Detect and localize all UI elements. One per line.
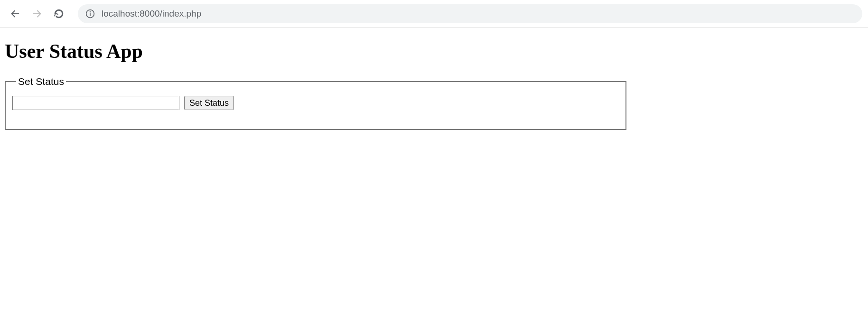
url-host: localhost:: [102, 9, 140, 19]
set-status-fieldset: Set Status Set Status: [5, 76, 626, 130]
address-bar[interactable]: localhost:8000/index.php: [78, 4, 862, 23]
back-button[interactable]: [6, 4, 25, 23]
svg-point-4: [90, 11, 91, 12]
reload-icon: [54, 9, 64, 19]
status-input[interactable]: [12, 96, 179, 110]
browser-toolbar: localhost:8000/index.php: [0, 0, 868, 28]
set-status-button[interactable]: Set Status: [184, 96, 234, 110]
status-form-row: Set Status: [12, 96, 619, 110]
page-content: User Status App Set Status Set Status: [0, 28, 868, 139]
arrow-right-icon: [32, 9, 42, 19]
url-text: localhost:8000/index.php: [102, 9, 201, 19]
info-icon: [85, 9, 95, 19]
set-status-legend: Set Status: [16, 76, 66, 87]
url-path: 8000/index.php: [140, 9, 201, 19]
forward-button[interactable]: [28, 4, 47, 23]
page-title: User Status App: [5, 40, 863, 63]
arrow-left-icon: [10, 9, 20, 19]
reload-button[interactable]: [49, 4, 68, 23]
